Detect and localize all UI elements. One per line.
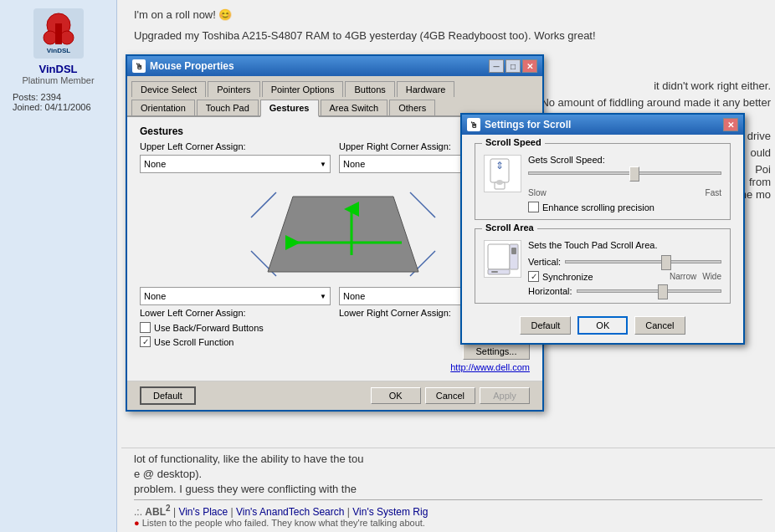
scroll-speed-icon: ⇕ <box>484 155 521 192</box>
forum-bottom: lot of functionality, like the ability t… <box>121 448 775 532</box>
titlebar-buttons: ─ □ ✕ <box>489 59 537 73</box>
scroll-ok-button[interactable]: OK <box>577 316 628 335</box>
svg-rect-23 <box>491 271 498 273</box>
scroll-close-button[interactable]: ✕ <box>723 118 738 131</box>
scroll-speed-group: Scroll Speed ⇕ Gets Scroll Speed: <box>475 143 731 220</box>
tab-device-select[interactable]: Device Select <box>131 81 206 97</box>
mouse-icon: 🖱 <box>132 59 146 73</box>
forum-username: VinDSL <box>8 63 108 75</box>
partial-text-1: it didn't work right either. <box>654 79 771 92</box>
forum-posts: Posts: 2394 <box>13 92 108 102</box>
area-right: Sets the Touch Pad Scroll Area. Vertical… <box>528 240 721 296</box>
forum-logo: VinDSL <box>33 8 84 59</box>
forum-listen: ● Listen to the people who failed. They … <box>134 518 762 528</box>
tab-hardware[interactable]: Hardware <box>397 81 455 97</box>
post-line1: I'm on a roll now! 😊 <box>134 8 762 21</box>
upper-left-dropdown[interactable]: None ▼ <box>140 155 331 173</box>
scroll-dialog-titlebar: 🖱 Settings for Scroll ✕ <box>462 115 743 135</box>
svg-rect-19 <box>488 244 510 269</box>
enhance-checkbox[interactable] <box>528 202 539 212</box>
partial-text-from: from <box>749 176 771 188</box>
scroll-area-icon <box>484 240 521 278</box>
tab-pointer-options[interactable]: Pointer Options <box>262 81 344 97</box>
apply-button[interactable]: Apply <box>480 387 530 404</box>
default-button[interactable]: Default <box>140 386 196 405</box>
svg-point-17 <box>496 180 503 185</box>
vertical-thumb[interactable] <box>661 255 671 270</box>
svg-text:⇕: ⇕ <box>495 160 504 171</box>
cancel-button[interactable]: Cancel <box>425 387 475 404</box>
svg-point-2 <box>44 31 57 44</box>
scroll-area-content: Sets the Touch Pad Scroll Area. Vertical… <box>484 240 721 296</box>
close-button[interactable]: ✕ <box>522 59 537 73</box>
tab-gestures[interactable]: Gestures <box>260 100 319 117</box>
vertical-label: Vertical: <box>528 257 561 267</box>
tab-area-switch[interactable]: Area Switch <box>321 100 388 115</box>
tab-touch-pad[interactable]: Touch Pad <box>197 100 259 115</box>
partial-bottom-2: e @ desktop). <box>134 468 762 480</box>
scroll-speed-slider-container <box>528 171 721 188</box>
scroll-dialog: 🖱 Settings for Scroll ✕ Scroll Speed <box>460 113 745 345</box>
sync-label: Synchronize <box>542 272 593 282</box>
svg-marker-10 <box>268 197 418 272</box>
link-anand[interactable]: Vin's AnandTech Search <box>236 506 345 518</box>
partial-bottom-1: lot of functionality, like the ability t… <box>134 453 762 465</box>
partial-text-5: drive <box>747 130 771 142</box>
sync-checkbox[interactable] <box>528 271 539 282</box>
mouse-dialog-title: Mouse Properties <box>150 60 234 72</box>
scroll-speed-labels: Slow Fast <box>528 188 721 197</box>
bullet-icon: ● <box>134 518 142 528</box>
scroll-area-group-label: Scroll Area <box>482 223 537 233</box>
links-prefix: .:. <box>134 506 145 518</box>
scroll-cancel-button[interactable]: Cancel <box>634 316 685 335</box>
forum-links-area: .:. ABL2 | Vin's Place | Vin's AnandTech… <box>134 499 762 518</box>
vertical-slider-row: Vertical: <box>528 257 721 267</box>
enhance-row: Enhance scrolling precision <box>528 202 721 212</box>
horizontal-label: Horizontal: <box>528 286 572 296</box>
tab-orientation[interactable]: Orientation <box>131 100 195 115</box>
ok-cancel-apply: OK Cancel Apply <box>371 387 530 404</box>
forum-content: I'm on a roll now! 😊 Upgraded my Toshiba… <box>121 0 775 53</box>
scroll-dialog-title: Settings for Scroll <box>485 119 571 130</box>
checkbox-scroll-function-input[interactable] <box>140 336 151 347</box>
svg-point-3 <box>60 31 74 44</box>
scroll-default-button[interactable]: Default <box>520 316 571 335</box>
website-link[interactable]: http://www.dell.com <box>140 362 530 372</box>
slow-label: Slow <box>528 188 547 197</box>
abl-superscript: ABL2 <box>145 506 170 518</box>
horizontal-thumb[interactable] <box>658 284 668 299</box>
tab-pointers[interactable]: Pointers <box>208 81 259 97</box>
narrow-label: Narrow <box>670 272 696 281</box>
lower-left-dropdown[interactable]: None ▼ <box>140 287 331 305</box>
partial-text-2: No amount of fiddling around made it any… <box>541 96 771 109</box>
svg-rect-4 <box>55 23 62 44</box>
settings-button[interactable]: Settings... <box>463 343 530 360</box>
scroll-speed-thumb[interactable] <box>629 166 639 182</box>
svg-text:VinDSL: VinDSL <box>46 47 69 54</box>
tab-row-1: Device Select Pointers Pointer Options B… <box>127 76 542 97</box>
tab-others[interactable]: Others <box>389 100 435 115</box>
partial-text-4: ould <box>750 146 771 159</box>
svg-rect-22 <box>488 269 510 274</box>
dropdown-arrow-icon-3: ▼ <box>320 293 326 300</box>
maximize-button[interactable]: □ <box>506 59 521 73</box>
gesture-diagram <box>226 180 444 280</box>
scroll-area-desc: Sets the Touch Pad Scroll Area. <box>528 240 721 250</box>
enhance-label: Enhance scrolling precision <box>542 202 654 212</box>
sync-row: Synchronize Narrow Wide <box>528 271 721 282</box>
scroll-area-group: Scroll Area Sets the Touch Pad Scroll Ar… <box>475 228 731 304</box>
checkbox-back-forward-input[interactable] <box>140 322 151 333</box>
svg-line-6 <box>251 192 276 217</box>
forum-page: VinDSL VinDSL Platinum Member Posts: 239… <box>0 0 775 532</box>
tab-buttons[interactable]: Buttons <box>345 81 394 97</box>
titlebar-left: 🖱 Mouse Properties <box>132 59 234 73</box>
minimize-button[interactable]: ─ <box>489 59 504 73</box>
link-rig[interactable]: Vin's System Rig <box>352 506 428 518</box>
forum-sidebar: VinDSL VinDSL Platinum Member Posts: 239… <box>0 0 117 532</box>
link-place[interactable]: Vin's Place <box>178 506 228 518</box>
ok-button[interactable]: OK <box>371 387 421 404</box>
checkbox-scroll-function: Use Scroll Function <box>140 336 264 347</box>
scroll-speed-label: Gets Scroll Speed: <box>528 155 721 165</box>
checkbox-back-forward-label: Use Back/Forward Buttons <box>154 323 264 333</box>
dialog-footer: Default OK Cancel Apply <box>127 381 542 410</box>
